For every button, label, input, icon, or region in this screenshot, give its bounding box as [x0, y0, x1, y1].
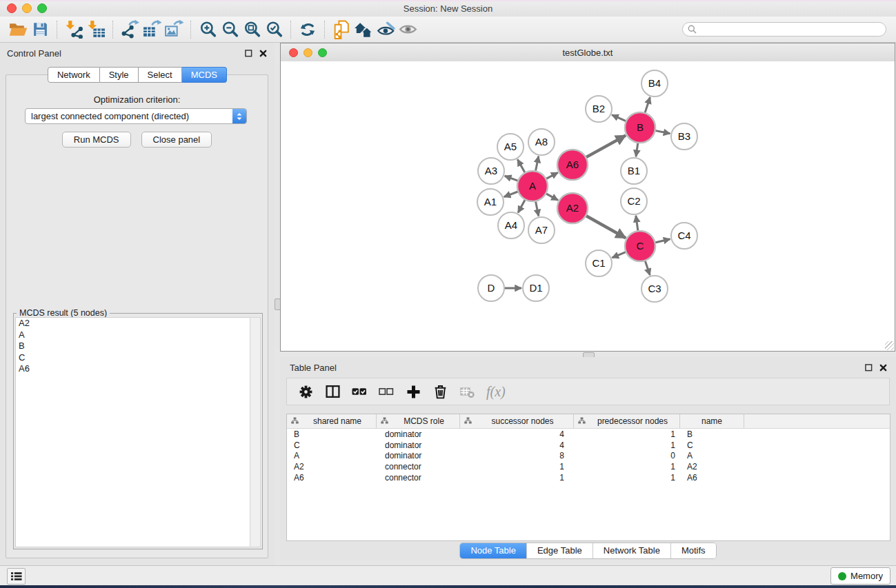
task-history-button[interactable] — [7, 568, 26, 585]
column-header-shared-name[interactable]: shared name — [287, 414, 377, 428]
import-network-button[interactable] — [63, 19, 85, 40]
tab-style[interactable]: Style — [100, 67, 139, 83]
node-A6[interactable]: A6 — [557, 150, 588, 180]
close-table-panel-icon[interactable] — [878, 363, 888, 372]
add-row-button[interactable] — [404, 383, 422, 401]
table-row[interactable]: A6connector11A6 — [287, 472, 890, 483]
column-header-predecessor-nodes[interactable]: predecessor nodes — [574, 414, 680, 428]
network-window-titlebar[interactable]: testGlobe.txt — [281, 43, 895, 62]
tab-node-table[interactable]: Node Table — [460, 543, 526, 558]
node-B3[interactable]: B3 — [671, 123, 697, 150]
edge-A-A7[interactable] — [535, 201, 538, 216]
import-table-button[interactable] — [85, 19, 107, 40]
edge-C-C1[interactable] — [612, 252, 626, 257]
edge-C-C2[interactable] — [636, 216, 638, 231]
zoom-fit-button[interactable] — [241, 19, 263, 40]
export-table-button[interactable] — [141, 19, 163, 40]
window-resize-grip[interactable] — [885, 341, 894, 350]
network-graph[interactable]: B4B2BB3A8A5A6A3B1AA1C2A2A4A7C4CC1C3DD1 — [281, 61, 895, 351]
node-B[interactable]: B — [625, 112, 655, 143]
deselect-all-icon[interactable] — [377, 383, 395, 401]
float-table-panel-icon[interactable] — [864, 363, 873, 372]
node-D[interactable]: D — [478, 275, 504, 301]
zoom-in-button[interactable] — [197, 19, 219, 40]
mcds-result-item[interactable]: B — [16, 341, 251, 352]
edge-B-B4[interactable] — [645, 97, 650, 113]
optimization-criterion-select[interactable]: largest connected component (directed) — [25, 108, 247, 124]
tab-edge-table[interactable]: Edge Table — [526, 543, 593, 558]
edge-C-C4[interactable] — [655, 239, 670, 243]
node-A3[interactable]: A3 — [478, 158, 504, 184]
apply-layout-button[interactable] — [297, 19, 319, 40]
edge-A-A6[interactable] — [546, 172, 557, 179]
result-scrollbar[interactable] — [250, 317, 261, 547]
node-B2[interactable]: B2 — [586, 96, 612, 122]
tab-select[interactable]: Select — [139, 67, 182, 83]
zoom-out-button[interactable] — [219, 19, 241, 40]
edge-C-C3[interactable] — [645, 261, 650, 275]
node-A5[interactable]: A5 — [497, 134, 524, 160]
network-canvas[interactable]: B4B2BB3A8A5A6A3B1AA1C2A2A4A7C4CC1C3DD1 — [281, 61, 895, 351]
close-panel-icon[interactable] — [258, 48, 268, 58]
column-header-successor-nodes[interactable]: successor nodes — [460, 414, 574, 428]
column-header-name[interactable]: name — [680, 414, 744, 428]
node-C1[interactable]: C1 — [586, 250, 612, 276]
edge-A6-B[interactable] — [586, 136, 626, 158]
cell-name: A2 — [680, 462, 744, 472]
mcds-result-item[interactable]: A — [16, 330, 251, 341]
table-row[interactable]: Bdominator41B — [287, 429, 890, 440]
edge-A-A2[interactable] — [546, 194, 558, 201]
export-network-button[interactable] — [119, 19, 141, 40]
table-settings-button[interactable] — [297, 383, 315, 401]
node-C4[interactable]: C4 — [671, 223, 697, 249]
node-D1[interactable]: D1 — [523, 275, 549, 301]
edge-A2-C[interactable] — [586, 216, 626, 238]
node-B4[interactable]: B4 — [641, 70, 668, 97]
mcds-result-item[interactable]: C — [16, 352, 251, 364]
edge-B-B3[interactable] — [655, 130, 670, 133]
edge-A-A5[interactable] — [517, 159, 525, 173]
select-all-icon[interactable] — [350, 383, 368, 401]
node-A2[interactable]: A2 — [557, 193, 588, 223]
table-row[interactable]: Cdominator41C — [287, 440, 890, 451]
node-A1[interactable]: A1 — [477, 189, 504, 215]
mcds-result-item[interactable]: A2 — [16, 318, 251, 330]
run-mcds-button[interactable]: Run MCDS — [62, 132, 131, 148]
edge-B-B1[interactable] — [636, 143, 638, 156]
node-B1[interactable]: B1 — [621, 158, 647, 184]
open-session-button[interactable] — [7, 19, 29, 40]
edge-A-A1[interactable] — [504, 192, 519, 197]
zoom-selected-button[interactable] — [263, 19, 285, 40]
node-C2[interactable]: C2 — [621, 188, 647, 214]
delete-selected-button[interactable] — [431, 383, 449, 401]
tab-network-table[interactable]: Network Table — [593, 543, 670, 558]
search-input[interactable] — [700, 24, 886, 35]
save-session-button[interactable] — [29, 19, 51, 40]
edge-A-A8[interactable] — [535, 156, 538, 172]
show-graphics-details-button[interactable] — [375, 19, 397, 40]
export-image-button[interactable] — [163, 19, 185, 40]
show-columns-button[interactable] — [323, 383, 341, 401]
table-row[interactable]: Adominator80A — [287, 451, 890, 462]
mcds-result-item[interactable]: A6 — [16, 363, 251, 375]
table-row[interactable]: A2connector11A2 — [287, 461, 890, 472]
tab-network[interactable]: Network — [48, 67, 100, 83]
copy-network-button[interactable] — [330, 19, 352, 40]
column-header-MCDS-role[interactable]: MCDS role — [377, 414, 460, 428]
node-A7[interactable]: A7 — [528, 217, 555, 243]
node-C3[interactable]: C3 — [641, 276, 668, 302]
node-A[interactable]: A — [517, 171, 548, 201]
home-icon[interactable] — [352, 19, 375, 40]
node-A8[interactable]: A8 — [528, 129, 555, 155]
tab-mcds[interactable]: MCDS — [182, 67, 227, 83]
edge-B-B2[interactable] — [612, 115, 626, 121]
node-A4[interactable]: A4 — [498, 212, 524, 239]
node-C[interactable]: C — [625, 231, 655, 261]
memory-button[interactable]: Memory — [830, 567, 890, 585]
tab-motifs[interactable]: Motifs — [670, 543, 716, 558]
edge-A-A3[interactable] — [505, 176, 519, 181]
hide-graphics-details-button[interactable] — [397, 19, 419, 40]
close-panel-button[interactable]: Close panel — [141, 132, 212, 148]
edge-A-A4[interactable] — [518, 199, 525, 212]
float-panel-icon[interactable] — [243, 48, 253, 58]
